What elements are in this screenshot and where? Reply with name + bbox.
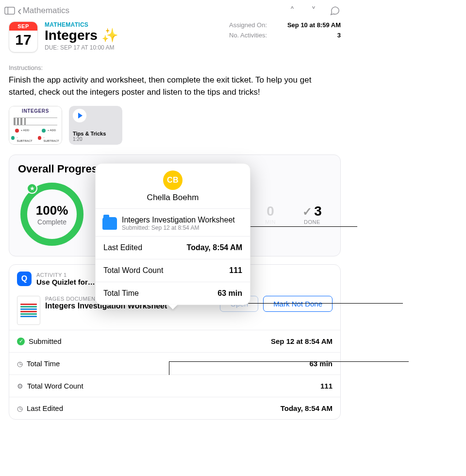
- chevron-up-icon[interactable]: ˄: [286, 6, 298, 16]
- document-thumbnail[interactable]: [17, 296, 40, 325]
- attachment-video[interactable]: Tips & Tricks 1:20: [69, 106, 122, 145]
- row-total-time: ◷ Total Time 63 min: [9, 353, 340, 375]
- row-last-edited: ◷ Last Edited Today, 8:54 AM: [9, 397, 340, 419]
- quizlet-app-icon: Q: [17, 272, 32, 286]
- back-label: Mathematics: [23, 6, 69, 16]
- callout-leader-3v: [169, 361, 169, 375]
- chevron-left-icon: ‹: [17, 4, 23, 17]
- popover-file-sub: Submitted: Sep 12 at 8:54 AM: [122, 224, 235, 231]
- svg-rect-0: [5, 7, 15, 15]
- row-submitted: ✓ Submitted Sep 12 at 8:54 AM: [9, 330, 340, 353]
- due-line: DUE: SEP 17 AT 10:00 AM: [45, 44, 229, 51]
- instructions-label: Instructions:: [9, 64, 341, 71]
- assigned-on-label: Assigned On:: [229, 21, 267, 29]
- sidebar-toggle-icon[interactable]: [4, 6, 16, 16]
- chat-icon[interactable]: [329, 6, 341, 16]
- calendar-icon: SEP 17: [9, 21, 38, 52]
- instructions-body: Finish the app activity and worksheet, t…: [9, 74, 341, 98]
- assigned-on-value: Sep 10 at 8:59 AM: [287, 21, 341, 29]
- video-title: Tips & Tricks: [73, 131, 118, 136]
- calendar-day: 17: [9, 31, 37, 49]
- progress-percent: 100%: [36, 203, 68, 218]
- clock-icon: ◷: [17, 405, 23, 412]
- stat-done: ✓3 DONE: [298, 204, 327, 225]
- popover-row-last-edited: Last Edited Today, 8:54 AM: [96, 236, 250, 259]
- row-word-count: ⚙ Total Word Count 111: [9, 375, 340, 397]
- folder-icon: [102, 217, 117, 230]
- assignment-title: Integers ✨: [45, 28, 229, 43]
- activity-title: Use Quizlet for…: [36, 278, 95, 286]
- assignment-meta: Assigned On: Sep 10 at 8:59 AM No. Activ…: [229, 21, 341, 42]
- mark-not-done-button[interactable]: Mark Not Done: [263, 296, 333, 312]
- student-submission-popover: CB Chella Boehm Integers Investigation W…: [95, 163, 250, 305]
- navbar: ‹ Mathematics ˄ ˅: [0, 0, 350, 21]
- student-name: Chella Boehm: [100, 193, 245, 203]
- callout-leader-3: [169, 361, 409, 362]
- back-button[interactable]: ‹ Mathematics: [17, 4, 69, 17]
- play-icon: [73, 109, 86, 122]
- calendar-month: SEP: [9, 22, 37, 31]
- subject-tag: MATHEMATICS: [45, 21, 229, 28]
- attachment-poster[interactable]: INTEGERS + ADD + ADD - SUBTRACT - SUBTRA…: [9, 106, 62, 145]
- checkmark-icon: ✓: [302, 205, 312, 218]
- poster-title: INTEGERS: [22, 108, 49, 114]
- chevron-down-icon[interactable]: ˅: [308, 6, 319, 16]
- activity-pre: ACTIVITY 1: [36, 272, 95, 278]
- check-circle-icon: ✓: [17, 338, 25, 345]
- progress-percent-label: Complete: [37, 218, 67, 226]
- stat-minutes: 0 MIN: [256, 204, 285, 225]
- gear-outline-icon: ⚙: [17, 382, 23, 390]
- popover-file-title: Integers Investigation Worksheet: [122, 216, 235, 224]
- progress-ring: ★ 100% Complete: [18, 180, 86, 248]
- clock-icon: ◷: [17, 360, 23, 368]
- video-duration: 1:20: [73, 136, 118, 142]
- popover-row-word-count: Total Word Count 111: [96, 259, 250, 282]
- avatar: CB: [163, 170, 183, 190]
- activities-count-value: 3: [337, 32, 341, 39]
- callout-leader-2: [246, 303, 403, 304]
- activities-count-label: No. Activities:: [229, 32, 267, 39]
- popover-file-row[interactable]: Integers Investigation Worksheet Submitt…: [96, 209, 250, 236]
- popover-row-total-time: Total Time 63 min: [96, 282, 250, 305]
